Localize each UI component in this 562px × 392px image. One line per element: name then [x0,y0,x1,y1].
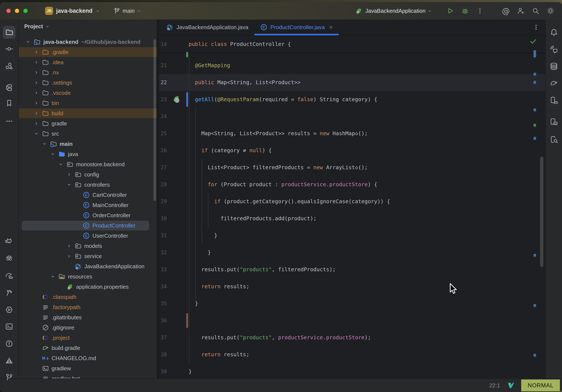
run-button[interactable] [444,5,456,17]
code-line-33[interactable]: 33 results.put("products", filteredProdu… [159,261,545,278]
chevron-down-icon[interactable] [66,182,72,188]
tab-options-button[interactable] [532,24,540,31]
tree-item--gitattributes[interactable]: .gitattributes [19,312,157,322]
spring-endpoint-icon[interactable] [172,95,181,104]
error-stripe-mark[interactable] [534,354,536,357]
code-line-27[interactable]: 27 List<Product> filteredProducts = new … [159,159,545,176]
tree-item-usercontroller[interactable]: C UserController [19,231,157,241]
vcs-branch-widget[interactable]: main [113,7,141,14]
tree-item-gradlew-bat[interactable]: gradlew.bat [19,373,157,378]
tree-item--classpath[interactable]: .classpath [19,292,157,302]
device-explorer-button[interactable] [548,133,560,146]
code-line-34[interactable]: 34 return results; [159,278,545,295]
services-button[interactable] [3,303,15,316]
tree-item--gradle[interactable]: .gradle [19,47,157,57]
code-line-38[interactable]: 38 return results; [159,346,545,363]
error-stripe-mark[interactable] [534,73,536,76]
tree-item-changelog-md[interactable]: M CHANGELOG.md [19,353,157,363]
tree-item-config[interactable]: config [19,169,157,180]
chevron-right-icon[interactable] [34,90,39,96]
code-line-26[interactable]: 26 if (category ≠ null) { [159,142,545,159]
more-tools-button[interactable] [3,115,15,128]
ai-chat-button[interactable] [548,43,560,56]
chevron-down-icon[interactable] [25,39,31,45]
editor-tab-0[interactable]: JavaBackendApplication.java [160,20,254,35]
chevron-down-icon[interactable] [42,141,47,147]
error-stripe-mark[interactable] [534,124,536,127]
tree-item-bin[interactable]: bin [19,98,157,108]
warning-button[interactable] [3,354,15,367]
error-stripe-mark[interactable] [534,50,536,57]
error-stripe-mark[interactable] [534,81,536,84]
device-mirror-button[interactable] [548,115,560,128]
tree-item-java-backend[interactable]: java-backend~/Github/java-backend [19,37,157,47]
tree-item-productcontroller[interactable]: C ProductController [19,220,157,231]
tree-item-javabackendapplication[interactable]: JavaBackendApplication [19,261,157,272]
error-stripe-mark[interactable] [534,108,536,111]
chevron-right-icon[interactable] [66,172,72,177]
close-window-button[interactable] [6,9,11,13]
problems-button[interactable] [3,337,15,350]
tree-item-build[interactable]: build [19,108,157,119]
ai-assistant-button[interactable]: @ [500,5,512,17]
code-line-36[interactable]: 36 [159,312,545,329]
code-line-21[interactable]: 21 @GetMapping [159,57,545,74]
git-branch-button[interactable] [3,371,15,384]
code-line-31[interactable]: 31 } [159,227,545,244]
project-widget[interactable]: JB java-backend [45,7,100,15]
tree-item-monostore-backend[interactable]: monostore.backend [19,159,157,169]
error-stripe-mark[interactable] [534,304,536,307]
code-line-28[interactable]: 28 for (Product product : productService… [159,176,545,193]
terminal-button[interactable] [3,320,15,333]
tree-item--gitignore[interactable]: .gitignore [19,322,157,333]
project-folder-button[interactable] [3,26,15,39]
code-line-25[interactable]: 25 Map<String, List<Product>> results = … [159,125,545,142]
tree-item-src[interactable]: src [19,129,157,139]
database-button[interactable] [548,60,560,73]
tree-item-cartcontroller[interactable]: C CartController [19,190,157,200]
commit-button[interactable] [3,43,15,55]
editor-scrollbar[interactable] [540,157,543,267]
debug-button[interactable] [459,5,471,17]
chevron-down-icon[interactable] [50,274,56,279]
vim-plugin-icon[interactable] [507,381,515,389]
chevron-right-icon[interactable] [66,243,72,249]
gradle-button[interactable] [548,77,560,90]
gutter-change-marker[interactable] [186,313,188,328]
chevron-right-icon[interactable] [66,253,72,259]
code-line-37[interactable]: 37 results.put("products", productServic… [159,329,545,346]
code-editor[interactable]: 14 public class ProductController { 21 @… [159,35,545,378]
tree-item--vscode[interactable]: .vscode [19,88,157,98]
cat-plugin-button[interactable] [3,236,15,248]
chevron-right-icon[interactable] [34,59,39,65]
tree-item-gradle[interactable]: gradle [19,119,157,129]
error-stripe-mark[interactable] [534,137,536,140]
tree-item--settings[interactable]: .settings [19,78,157,88]
tree-item--project[interactable]: .project [19,333,157,343]
project-tree-scrollbar[interactable] [153,39,156,201]
code-line-22[interactable]: 22 public Map<String, List<Product>> [159,74,545,91]
structure-boxes-button[interactable] [3,81,15,94]
tree-item--idea[interactable]: .idea [19,57,157,67]
minimize-window-button[interactable] [15,9,19,13]
caret-position[interactable]: 22:1 [489,382,500,389]
tree-item-service[interactable]: service [19,251,157,261]
tree-item-main[interactable]: main [19,139,157,149]
code-line-35[interactable]: 35 } [159,295,545,312]
tree-item-gradlew[interactable]: gradlew [19,363,157,373]
code-with-me-button[interactable] [515,5,527,17]
notifications-bell-button[interactable] [548,26,560,39]
chevron-right-icon[interactable] [34,110,39,116]
chevron-right-icon[interactable] [34,100,39,106]
run-configuration-widget[interactable]: JavaBackendApplication [355,7,432,14]
code-line-30[interactable]: 30 filteredProducts.add(product); [159,210,545,227]
code-line-24[interactable]: 24 [159,108,545,125]
profiler-button[interactable] [3,270,15,282]
tree-item-maincontroller[interactable]: C MainController [19,200,157,210]
tree-item-models[interactable]: models [19,241,157,251]
search-everywhere-button[interactable] [530,5,542,17]
tree-item-application-properties[interactable]: application.properties [19,282,157,292]
close-tab-icon[interactable]: × [329,24,333,31]
error-stripe-mark[interactable] [534,254,536,257]
tree-item-java[interactable]: java [19,149,157,159]
